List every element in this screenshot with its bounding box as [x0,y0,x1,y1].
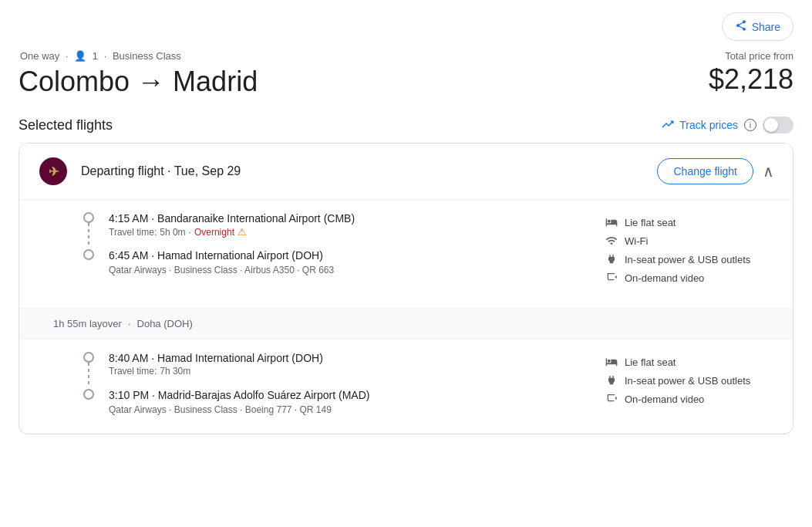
amenity2-seat: Lie flat seat [605,355,774,369]
origin-city: Colombo [19,66,130,97]
route-title: Colombo → Madrid [19,65,258,98]
arrive-airport: Hamad International Airport (DOH) [157,249,323,262]
layover-city: Doha (DOH) [137,318,193,329]
cabin-class: Business Class [113,50,181,62]
departing-label: Departing flight [81,164,164,177]
video-icon-2 [605,392,618,406]
depart-airport: Bandaranaike International Airport (CMB) [157,212,355,225]
first-segment-body: 4:15 AM · Bandaranaike International Air… [19,199,793,308]
second-arrive-details: 3:10 PM · Madrid-Barajas Adolfo Suárez A… [109,389,592,415]
power-icon [605,252,618,266]
departure-date: Tue, Sep 29 [174,164,241,177]
second-depart-airport: Hamad International Airport (DOH) [157,352,323,364]
second-segment-body: 8:40 AM · Hamad International Airport (D… [19,340,793,434]
header-left: Departing flight · Tue, Sep 29 [38,156,241,187]
trip-meta: One way · 👤 1 · Business Class [19,50,258,62]
second-arrive-time-airport: 3:10 PM · Madrid-Barajas Adolfo Suárez A… [109,389,592,401]
amenity-video-label: On-demand video [625,272,704,284]
trending-icon [661,117,675,133]
arrive-time: 6:45 AM [109,249,148,262]
depart-details: 4:15 AM · Bandaranaike International Air… [109,212,592,244]
warning-icon: ⚠ [238,226,247,238]
depart-dot-2 [83,352,94,363]
track-prices-area: Track prices i [661,117,793,133]
travel-time-label: Travel time: [109,227,157,238]
share-icon [735,19,747,34]
depart-stop: 4:15 AM · Bandaranaike International Air… [81,212,592,246]
section-header: Selected flights Track prices i [19,117,793,133]
seg2-cabin: Business Class [174,404,238,415]
second-arrive-airport: Madrid-Barajas Adolfo Suárez Airport (MA… [158,389,370,401]
arrive-details: 6:45 AM · Hamad International Airport (D… [109,249,592,275]
passenger-count: 1 [93,50,98,62]
amenity2-seat-label: Lie flat seat [625,356,676,368]
track-prices-label: Track prices [679,119,738,131]
video-icon [605,271,618,285]
amenity2-power-label: In-seat power & USB outlets [625,375,750,387]
timeline-top-2 [81,352,96,386]
seat-icon [605,215,618,229]
arrive-dot [83,249,94,260]
travel-time-row: Travel time: 5h 0m · Overnight ⚠ [109,226,592,238]
qatar-airways-logo [39,157,67,185]
amenity-seat-label: Lie flat seat [625,217,676,228]
power-icon-2 [605,373,618,387]
amenity-video: On-demand video [605,271,774,285]
top-bar: Share [19,12,793,41]
seat-icon-2 [605,355,618,369]
second-arrive-time: 3:10 PM [109,389,149,401]
seg1-airline: Qatar Airways [109,265,167,275]
flight-card: Departing flight · Tue, Sep 29 Change fl… [19,143,793,434]
amenity-power: In-seat power & USB outlets [605,252,774,266]
total-price: $2,218 [709,63,793,96]
amenity-power-label: In-seat power & USB outlets [625,254,750,265]
seg2-airline: Qatar Airways [109,404,167,415]
price-label: Total price from [709,50,793,62]
page-header: One way · 👤 1 · Business Class Colombo →… [19,50,793,98]
seg1-cabin: Business Class [174,265,238,275]
arrive-stop: 6:45 AM · Hamad International Airport (D… [81,249,592,275]
seg1-flight-number: QR 663 [302,265,334,275]
second-depart-time-airport: 8:40 AM · Hamad International Airport (D… [109,352,592,364]
second-travel-time-row: Travel time: 7h 30m [109,366,592,377]
header-right: Change flight ∧ [657,158,774,184]
selected-flights-title: Selected flights [19,117,113,133]
timeline-dashed [88,223,89,246]
second-segment-meta: Qatar Airways · Business Class · Boeing … [109,404,592,415]
overnight-badge: Overnight [194,227,234,238]
price-section: Total price from $2,218 [709,50,793,96]
info-icon[interactable]: i [744,119,756,131]
route-arrow: → [137,66,165,97]
second-segment-left: 8:40 AM · Hamad International Airport (D… [81,352,592,415]
amenity-seat: Lie flat seat [605,215,774,229]
share-label: Share [752,21,780,33]
amenity-wifi: Wi-Fi [605,234,774,248]
first-segment-meta: Qatar Airways · Business Class · Airbus … [109,265,592,275]
first-segment-left: 4:15 AM · Bandaranaike International Air… [81,212,592,289]
first-segment-amenities: Lie flat seat Wi-Fi In-seat power & USB … [605,212,774,289]
arrive-dot-2 [83,389,94,400]
travel-time-value: 5h 0m [160,227,185,238]
first-segment-row: 4:15 AM · Bandaranaike International Air… [81,212,774,289]
passenger-icon: 👤 [74,50,86,62]
arrive-time-airport: 6:45 AM · Hamad International Airport (D… [109,249,592,262]
airline-logo [38,156,69,187]
share-button[interactable]: Share [722,12,793,41]
timeline-dashed-2 [88,363,89,386]
second-arrive-stop: 3:10 PM · Madrid-Barajas Adolfo Suárez A… [81,389,592,415]
second-depart-time: 8:40 AM [109,352,148,364]
destination-city: Madrid [173,66,258,97]
trip-type: One way [20,50,59,62]
collapse-icon[interactable]: ∧ [763,162,774,181]
timeline-top [81,212,96,246]
seg2-flight-number: QR 149 [300,404,332,415]
amenity2-power: In-seat power & USB outlets [605,373,774,387]
track-prices-button[interactable]: Track prices [661,117,738,133]
layover-dot: · [128,318,131,329]
amenity2-video: On-demand video [605,392,774,406]
departing-info: Departing flight · Tue, Sep 29 [81,164,241,178]
track-prices-toggle[interactable] [763,117,793,133]
header-dot: · [167,164,174,177]
change-flight-button[interactable]: Change flight [657,158,753,184]
second-segment-row: 8:40 AM · Hamad International Airport (D… [81,352,774,415]
